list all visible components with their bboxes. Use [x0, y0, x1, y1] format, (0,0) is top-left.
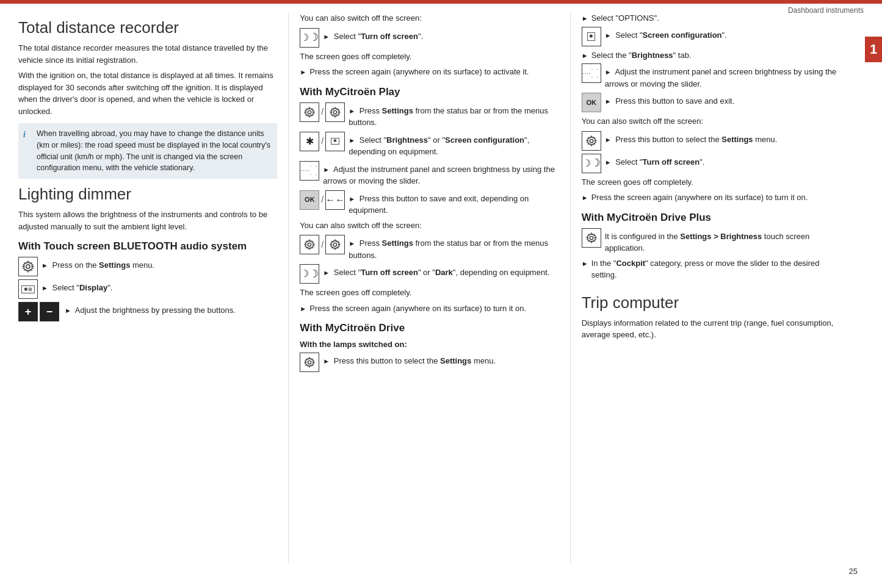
icon-pair-4: / — [300, 235, 345, 254]
svg-point-2 — [334, 110, 337, 113]
gear-icon-5 — [325, 235, 345, 254]
lighting-dimmer-p1: This system allows the brightness of the… — [18, 209, 277, 232]
main-content: Total distance recorder The total distan… — [18, 12, 851, 564]
column-2: You can also switch off the screen: ☽ ► … — [289, 12, 569, 564]
instr-col3-text2: ► Adjust the instrument panel and screen… — [605, 63, 840, 90]
gear-icon-3 — [325, 102, 345, 122]
info-box: i When travelling abroad, you may have t… — [18, 123, 277, 179]
instr-drive-text1: ► Press this button to select the Settin… — [323, 353, 558, 367]
instr-play-text3: ► Adjust the instrument panel and screen… — [323, 161, 558, 187]
press-again-row-2: ► Press the screen again (anywhere on it… — [300, 303, 558, 315]
section-lighting-dimmer-title: Lighting dimmer — [18, 185, 277, 204]
instr-play-text4: ► Press this button to save and exit, de… — [349, 190, 558, 217]
instr-play-text5: ► Press Settings from the status bar or … — [349, 235, 558, 261]
instr-col3-text5: ► Select "Turn off screen". — [605, 154, 840, 168]
svg-point-7 — [590, 236, 593, 239]
ok-icon-1: OK — [300, 190, 319, 210]
instr-play-text1: ► Press Settings from the status bar or … — [349, 102, 558, 129]
svg-point-3 — [308, 243, 311, 246]
section-drive-title: With MyCitroën Drive — [300, 321, 558, 335]
col2-also-switch: You can also switch off the screen: — [300, 220, 558, 232]
bullet-arrow-5: ► — [582, 193, 591, 203]
slash-1: / — [321, 106, 324, 118]
instr-play-row2: ✱ / ✱ ► Select "Brightness" or "Screen c… — [300, 132, 558, 158]
instr-settings-row: ► Press on the Settings menu. — [18, 257, 277, 276]
instr-col3-text3: ► Press this button to save and exit. — [605, 93, 840, 107]
icon-pair-1: / — [300, 102, 345, 122]
instr-drive-row1: ► Press this button to select the Settin… — [300, 353, 558, 372]
arrow-3: ► — [65, 307, 71, 314]
trip-p1: Displays information related to the curr… — [582, 317, 840, 341]
section-total-distance-title: Total distance recorder — [18, 18, 277, 37]
moon-icon-2: ☽ — [300, 264, 319, 284]
icon-pair-2: ✱ / ✱ — [300, 132, 345, 151]
total-distance-p1: The total distance recorder measures the… — [18, 42, 277, 66]
instr-col3-drive-plus-text: It is configured in the Settings > Brigh… — [605, 228, 840, 254]
minus-icon: − — [40, 302, 59, 321]
instr-col3-row4: ► Press this button to select the Settin… — [582, 131, 840, 151]
col3-cockpit-text: In the "Cockpit" category, press or move… — [591, 257, 840, 281]
col3-press-again: ► Press the screen again (anywhere on it… — [582, 192, 840, 204]
instr-brightness-text: ► Adjust the brightness by pressing the … — [65, 302, 277, 317]
instr-col3-row3: OK ► Press this button to save and exit. — [582, 93, 840, 112]
col3-also-switch: You can also switch off the screen: — [582, 115, 840, 127]
svg-point-4 — [334, 243, 337, 246]
dots-icon-1: · · · · — [300, 161, 319, 181]
top-bar — [0, 0, 882, 4]
slash-4: / — [321, 238, 324, 251]
section-play-title: With MyCitroën Play — [300, 85, 558, 99]
instr-brightness-row: + − ► Adjust the brightness by pressing … — [18, 302, 277, 321]
col3-options-row: ► Select "OPTIONS". — [582, 12, 840, 24]
instr-play-row1: / ► Press Settings from the status bar o… — [300, 102, 558, 129]
screen-icon-1: ✱ — [325, 132, 345, 151]
gear-icon-7 — [582, 131, 601, 151]
back-icon-1: ← — [325, 190, 345, 210]
instr-display-text: ► Select "Display". — [42, 279, 277, 294]
col3-options-text: Select "OPTIONS". — [591, 12, 659, 24]
col3-press-again-text: Press the screen again (anywhere on its … — [591, 192, 808, 204]
arrow-2: ► — [42, 284, 48, 292]
instr-play-row3: · · · · ► Adjust the instrument panel an… — [300, 161, 558, 187]
screen-off-text-2: The screen goes off completely. — [300, 287, 558, 299]
instr-play-text6: ► Select "Turn off screen" or "Dark", de… — [323, 264, 558, 279]
col3-screen-off: The screen goes off completely. — [582, 176, 840, 188]
tab-number: 1 — [870, 41, 877, 57]
info-icon: i — [23, 128, 26, 141]
column-1: Total distance recorder The total distan… — [18, 12, 288, 564]
section-drive-plus-title: With MyCitroën Drive Plus — [582, 211, 840, 224]
instr-play-row4: OK / ← ► Press this button to save and e… — [300, 190, 558, 217]
instr-play-row6: ☽ ► Select "Turn off screen" or "Dark", … — [300, 264, 558, 284]
ok-icon-2: OK — [582, 93, 601, 112]
col2-intro: You can also switch off the screen: — [300, 12, 558, 24]
instr-col3-drive-plus: It is configured in the Settings > Brigh… — [582, 228, 840, 254]
col3-brightness-tab-row: ► Select the "Brightness" tab. — [582, 49, 840, 62]
screen-config-icon: ✱ — [582, 27, 601, 46]
moon-icon-3: ☽ — [582, 154, 601, 173]
bullet-arrow-2: ► — [300, 304, 309, 314]
instr-play-text2: ► Select "Brightness" or "Screen configu… — [349, 132, 558, 158]
gear-icon-6 — [300, 353, 319, 372]
bullet-arrow-3: ► — [582, 13, 591, 24]
press-again-row-1: ► Press the screen again (anywhere on it… — [300, 66, 558, 78]
display-icon: ✱⊞ — [18, 279, 38, 299]
svg-point-1 — [308, 110, 311, 113]
bullet-arrow-1: ► — [300, 67, 309, 77]
instr-col3-row5: ☽ ► Select "Turn off screen". — [582, 154, 840, 173]
gear-icon-8 — [582, 228, 601, 248]
col3-drive-plus-cockpit: ► In the "Cockpit" category, press or mo… — [582, 257, 840, 281]
moon-icon-1: ☽ — [300, 28, 319, 48]
col3-brightness-tab-text: Select the "Brightness" tab. — [591, 49, 692, 62]
bullet-arrow-4: ► — [582, 51, 591, 61]
bullet-arrow-6: ► — [582, 259, 591, 269]
press-again-text-1: Press the screen again (anywhere on its … — [309, 66, 529, 78]
lamps-label: With the lamps switched on: — [300, 339, 558, 351]
gear-icon-1 — [18, 257, 38, 276]
icon-pair-3: OK / ← — [300, 190, 345, 210]
dots-icon-2: · · · · — [582, 63, 601, 83]
instr-play-row5: / ► Press Settings from the status bar o… — [300, 235, 558, 261]
column-3: ► Select "OPTIONS". ✱ ► Select "Screen c… — [571, 12, 851, 564]
info-box-text: When travelling abroad, you may have to … — [37, 129, 270, 172]
instr-settings-text: ► Press on the Settings menu. — [42, 257, 277, 271]
page-tab: 1 — [865, 37, 882, 62]
page-number: 25 — [849, 567, 858, 576]
